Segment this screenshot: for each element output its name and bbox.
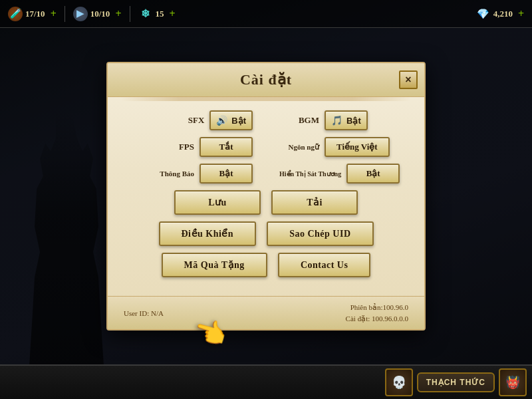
gift-code-btn[interactable]: Mã Quà Tặng	[162, 253, 267, 277]
fps-toggle-btn[interactable]: Tắt	[200, 137, 253, 157]
damage-toggle-btn[interactable]: Bật	[346, 164, 400, 184]
monster-icon-btn[interactable]: 👹	[499, 368, 527, 396]
gift-contact-row: Mã Quà Tặng Contact Us	[124, 253, 408, 277]
version-text: Phiên bản:100.96.0	[346, 302, 408, 313]
close-button[interactable]: ×	[399, 70, 418, 89]
dialog-content: SFX Bật BGM Bật FPS	[108, 101, 424, 296]
hud-gem: 💎 4,210	[476, 7, 513, 21]
gem-value: 4,210	[493, 9, 513, 19]
bgm-col: BGM Bật	[266, 110, 408, 130]
bgm-toggle-btn[interactable]: Bật	[325, 110, 368, 130]
sfx-bgm-row: SFX Bật BGM Bật	[124, 110, 408, 130]
lang-label: Ngôn ngữ	[279, 143, 319, 152]
crystal-value: 15	[156, 9, 164, 19]
bgm-value: Bật	[346, 116, 361, 126]
settings-dialog: Cài đặt × SFX Bật BGM Bật	[106, 62, 426, 331]
sfx-label: SFX	[164, 115, 204, 126]
dialog-title: Cài đặt	[240, 71, 292, 88]
sfx-toggle-btn[interactable]: Bật	[209, 110, 253, 130]
notify-col: Thông Báo Bật	[124, 164, 266, 184]
skull-button[interactable]: 💀	[385, 368, 413, 396]
challenge-label: Thạch Thức	[426, 378, 485, 387]
cards-icon: ▶	[73, 7, 88, 21]
gem-icon: 💎	[476, 7, 491, 21]
hud-potion: 🧪 17/10	[8, 7, 45, 21]
control-uid-row: Điều Khiển Sao Chép UID	[124, 221, 408, 246]
save-load-row: Lưu Tải	[124, 190, 408, 215]
fps-lang-row: FPS Tắt Ngôn ngữ Tiếng Việt	[124, 137, 408, 157]
lang-col: Ngôn ngữ Tiếng Việt	[266, 137, 408, 157]
challenge-btn[interactable]: Thạch Thức	[417, 372, 495, 392]
crystal-plus-btn[interactable]: +	[170, 8, 176, 20]
lang-toggle-btn[interactable]: Tiếng Việt	[325, 137, 390, 157]
potion-plus-btn[interactable]: +	[51, 8, 57, 20]
install-text: Cài đặt: 100.96.0.0.0	[346, 313, 408, 325]
user-id-text: User ID: N/A	[124, 309, 164, 317]
hud-crystal: ❄ 15	[138, 7, 164, 21]
hud-divider-1	[65, 6, 65, 22]
gem-plus-btn[interactable]: +	[518, 8, 524, 20]
dialog-title-bar: Cài đặt ×	[108, 63, 424, 97]
copy-uid-btn[interactable]: Sao Chép UID	[267, 221, 373, 246]
save-btn[interactable]: Lưu	[174, 190, 261, 215]
dialog-decoration	[121, 97, 411, 101]
crystal-icon: ❄	[138, 7, 153, 21]
bottom-bar: 💀 Thạch Thức 👹	[0, 364, 532, 399]
music-icon	[331, 115, 342, 126]
damage-col: Hiển Thị Sát Thương Bật	[266, 164, 408, 184]
cards-value: 10/10	[90, 9, 110, 19]
dialog-footer: User ID: N/A Phiên bản:100.96.0 Cài đặt:…	[108, 296, 424, 329]
damage-label: Hiển Thị Sát Thương	[279, 170, 341, 178]
contact-us-btn[interactable]: Contact Us	[278, 253, 371, 277]
sfx-col: SFX Bật	[124, 110, 266, 130]
notify-damage-row: Thông Báo Bật Hiển Thị Sát Thương Bật	[124, 164, 408, 184]
notify-label: Thông Báo	[154, 170, 194, 178]
speaker-icon	[216, 115, 227, 126]
control-btn[interactable]: Điều Khiển	[159, 221, 257, 246]
potion-icon: 🧪	[8, 7, 23, 21]
hud-cards: ▶ 10/10	[73, 7, 110, 21]
version-block: Phiên bản:100.96.0 Cài đặt: 100.96.0.0.0	[346, 302, 408, 324]
fps-col: FPS Tắt	[124, 137, 266, 157]
sfx-value: Bật	[231, 116, 246, 126]
hud-divider-2	[130, 6, 130, 22]
notify-toggle-btn[interactable]: Bật	[200, 164, 253, 184]
load-btn[interactable]: Tải	[271, 190, 358, 215]
monster-icon: 👹	[505, 375, 520, 390]
bgm-label: BGM	[279, 115, 319, 126]
cards-plus-btn[interactable]: +	[115, 8, 121, 20]
skull-icon: 💀	[392, 375, 406, 390]
hud-bar: 🧪 17/10 + ▶ 10/10 + ❄ 15 + 💎 4,210 +	[0, 0, 532, 28]
fps-label: FPS	[154, 142, 194, 152]
potion-value: 17/10	[25, 9, 45, 19]
modal-overlay: Cài đặt × SFX Bật BGM Bật	[0, 28, 532, 364]
